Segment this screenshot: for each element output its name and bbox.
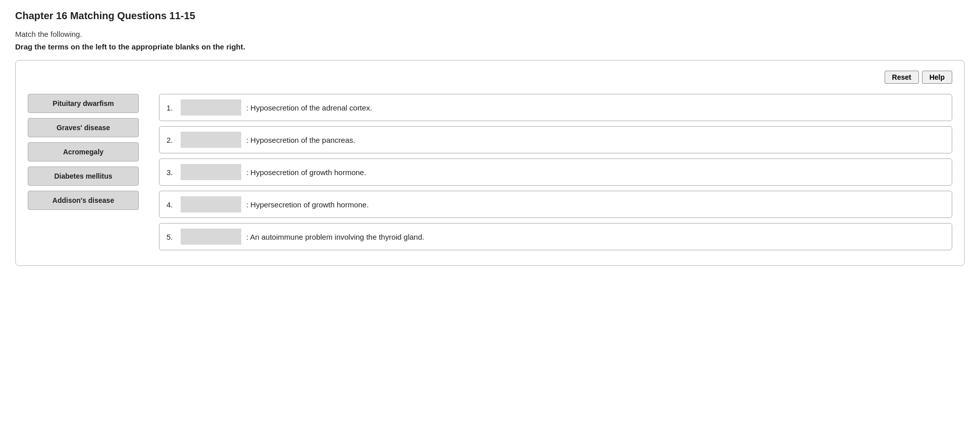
matching-container: Reset Help Pituitary dwarfismGraves' dis… [15,60,965,266]
term-graves-disease[interactable]: Graves' disease [28,118,139,137]
page-title: Chapter 16 Matching Questions 11-15 [15,10,965,22]
answer-number-2: 2. [167,136,176,144]
answer-row-1: 1.: Hyposecretion of the adrenal cortex. [159,94,952,121]
answer-blank-3[interactable] [181,164,241,180]
answers-column: 1.: Hyposecretion of the adrenal cortex.… [159,94,952,250]
matching-body: Pituitary dwarfismGraves' diseaseAcromeg… [28,94,952,250]
term-acromegaly[interactable]: Acromegaly [28,142,139,161]
answer-row-2: 2.: Hyposecretion of the pancreas. [159,126,952,153]
terms-column: Pituitary dwarfismGraves' diseaseAcromeg… [28,94,139,210]
answer-text-3: : Hyposecretion of growth hormone. [246,168,366,177]
answer-blank-4[interactable] [181,196,241,212]
answer-blank-2[interactable] [181,132,241,148]
reset-button[interactable]: Reset [885,71,919,84]
answer-number-4: 4. [167,200,176,209]
answer-blank-1[interactable] [181,99,241,116]
answer-row-3: 3.: Hyposecretion of growth hormone. [159,158,952,186]
answer-text-4: : Hypersecretion of growth hormone. [246,200,369,209]
answer-blank-5[interactable] [181,229,241,245]
answer-row-5: 5.: An autoimmune problem involving the … [159,223,952,250]
answer-text-5: : An autoimmune problem involving the th… [246,233,424,241]
term-pituitary-dwarfism[interactable]: Pituitary dwarfism [28,94,139,113]
term-diabetes-mellitus[interactable]: Diabetes mellitus [28,167,139,186]
answer-number-3: 3. [167,168,176,177]
instruction-text: Match the following. [15,30,965,38]
answer-number-5: 5. [167,233,176,241]
answer-text-2: : Hyposecretion of the pancreas. [246,136,355,144]
drag-instruction: Drag the terms on the left to the approp… [15,42,965,51]
answer-text-1: : Hyposecretion of the adrenal cortex. [246,103,372,112]
help-button[interactable]: Help [922,71,952,84]
top-buttons-area: Reset Help [28,71,952,84]
answer-row-4: 4.: Hypersecretion of growth hormone. [159,191,952,218]
term-addisons-disease[interactable]: Addison's disease [28,191,139,210]
answer-number-1: 1. [167,103,176,112]
